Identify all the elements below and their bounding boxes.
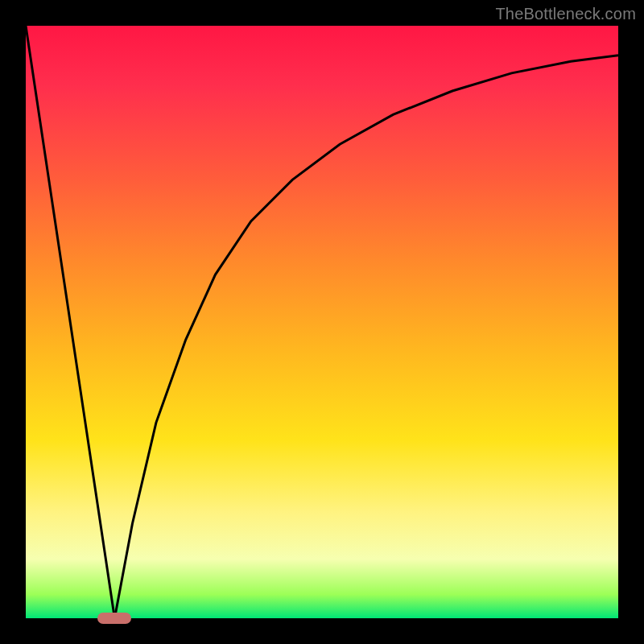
chart-frame: TheBottleneck.com <box>0 0 644 644</box>
plot-area <box>26 26 618 618</box>
vertex-marker <box>97 613 131 624</box>
curve-layer <box>26 26 618 618</box>
watermark-text: TheBottleneck.com <box>495 5 636 23</box>
curve-right-branch <box>114 56 618 618</box>
curve-left-branch <box>26 26 114 618</box>
